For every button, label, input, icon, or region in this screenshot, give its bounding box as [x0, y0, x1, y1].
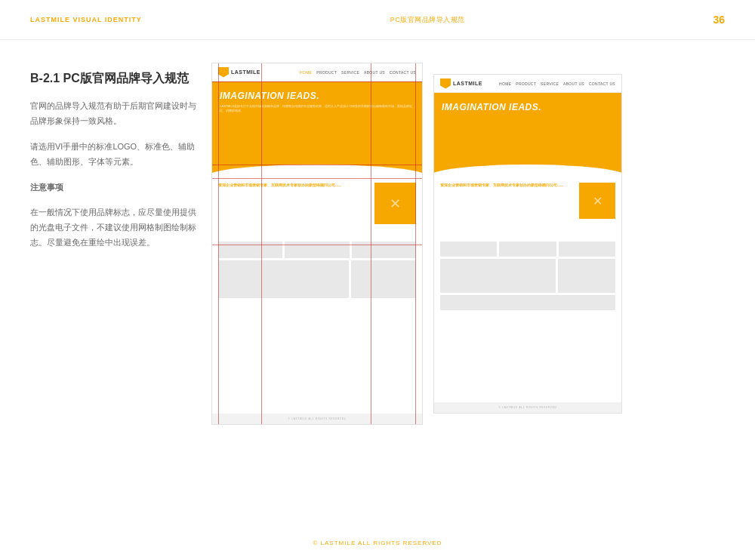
header-left-text: LASTMILE VISUAL IDENTITY: [30, 16, 142, 23]
preview-right: LASTMILE HOME PRODUCT SERVICE ABOUT US C…: [433, 74, 622, 414]
previews-container: LASTMILE HOME PRODUCT SERVICE ABOUT US C…: [211, 63, 725, 546]
guide-h-3: [212, 178, 422, 179]
nav-home-right: HOME: [499, 82, 511, 86]
nav-about: ABOUT US: [364, 70, 385, 75]
block-row-r3: [440, 295, 615, 310]
block-row-r1: [440, 242, 615, 257]
paragraph-2: 请选用VI手册中的标准LOGO、标准色、辅助色、辅助图形、字体等元素。: [30, 140, 196, 170]
guide-h-1: [212, 82, 422, 82]
block-row-2: [218, 260, 416, 298]
middle-text-left: 资深企业营销和市场营销专家、互联网技术专家创办的新型络顾问公司......: [218, 183, 370, 234]
middle-text-right: 资深企业营销和市场营销专家、互联网技术专家创办的新型络顾问公司......: [440, 183, 575, 234]
image-placeholder-right: ✕: [579, 183, 615, 219]
content-title-right: 资深企业营销和市场营销专家、互联网技术专家创办的新型络顾问公司......: [440, 183, 575, 187]
guide-v-1: [218, 63, 219, 424]
gray-block-r3: [559, 242, 615, 257]
wave-white-left: [212, 165, 422, 178]
paragraph-1: 官网的品牌导入规范有助于后期官网建设时与品牌形象保持一致风格。: [30, 99, 196, 129]
preview-left-logo: LASTMILE: [218, 67, 260, 78]
gray-block-narrow: [351, 260, 416, 298]
nav-service-right: SERVICE: [541, 82, 559, 86]
section-title: B-2.1 PC版官网品牌导入规范: [30, 70, 196, 87]
preview-right-logo: LASTMILE: [440, 78, 482, 89]
preview-right-footer: © LASTMILE ALL RIGHTS RESERVED: [434, 402, 621, 413]
wave-right: [434, 165, 621, 178]
preview-left-nav: LASTMILE HOME PRODUCT SERVICE ABOUT US C…: [212, 63, 422, 82]
x-icon-right: ✕: [593, 194, 602, 208]
footer-text-right: © LASTMILE ALL RIGHTS RESERVED: [499, 406, 557, 409]
nav-items-right: HOME PRODUCT SERVICE ABOUT US CONTACT US: [499, 82, 615, 86]
image-placeholder-left: ✕: [374, 183, 416, 224]
preview-right-middle: 资深企业营销和市场营销专家、互联网技术专家创办的新型络顾问公司...... ✕: [434, 178, 621, 238]
hero-left-subtext: LASTMILE是由专注于实现市场化策略和品牌，传播整合传播的专业服务机构，适时…: [220, 104, 414, 113]
logo-icon-right: [440, 78, 451, 89]
nav-contact: CONTACT US: [390, 70, 416, 75]
page-footer-text: © LASTMILE ALL RIGHTS RESERVED: [313, 540, 442, 546]
text-column: B-2.1 PC版官网品牌导入规范 官网的品牌导入规范有助于后期官网建设时与品牌…: [30, 63, 196, 546]
page-header: LASTMILE VISUAL IDENTITY PC版官网品牌导入规范 36: [0, 0, 755, 40]
nav-about-right: ABOUT US: [563, 82, 584, 86]
gray-block-r-wide: [440, 259, 556, 293]
note-label: 注意事项: [30, 180, 196, 195]
logo-icon: [218, 67, 229, 78]
preview-left: LASTMILE HOME PRODUCT SERVICE ABOUT US C…: [211, 63, 423, 425]
logo-text: LASTMILE: [231, 69, 260, 75]
gray-block-r-bottom: [440, 295, 615, 310]
nav-service: SERVICE: [341, 70, 359, 75]
x-icon-left: ✕: [390, 195, 401, 212]
gray-block-r2: [499, 242, 556, 257]
hero-left-headline: IMAGINATION IEADS.: [220, 91, 414, 101]
footer-text-left: © LASTMILE ALL RIGHTS RESERVED: [288, 417, 347, 420]
logo-text-right: LASTMILE: [453, 81, 482, 86]
gray-block-r1: [440, 242, 497, 257]
page-number: 36: [713, 14, 725, 26]
preview-right-hero: IMAGINATION IEADS.: [434, 93, 621, 165]
preview-left-inner: LASTMILE HOME PRODUCT SERVICE ABOUT US C…: [212, 63, 422, 424]
content-title-left: 资深企业营销和市场营销专家、互联网技术专家创办的新型络顾问公司......: [218, 183, 370, 187]
page-footer: © LASTMILE ALL RIGHTS RESERVED: [0, 540, 755, 546]
header-center-text: PC版官网品牌导入规范: [390, 15, 465, 25]
guide-h-2: [212, 165, 422, 165]
preview-left-middle: 资深企业营销和市场营销专家、互联网技术专家创办的新型络顾问公司...... ✕: [212, 178, 422, 238]
nav-home: HOME: [300, 70, 312, 75]
hero-right-headline: IMAGINATION IEADS.: [442, 102, 614, 112]
preview-left-hero: IMAGINATION IEADS. LASTMILE是由专注于实现市场化策略和…: [212, 82, 422, 165]
preview-left-footer: © LASTMILE ALL RIGHTS RESERVED: [212, 414, 422, 424]
block-row-r2: [440, 259, 615, 293]
gray-block-r-narrow: [558, 259, 615, 293]
paragraph-3: 在一般情况下使用品牌标志，应尽量使用提供的光盘电子文件，不建议使用网格制图绘制标…: [30, 205, 196, 250]
nav-product: PRODUCT: [316, 70, 337, 75]
nav-product-right: PRODUCT: [516, 82, 536, 86]
bottom-blocks-left: [212, 238, 422, 301]
preview-right-nav: LASTMILE HOME PRODUCT SERVICE ABOUT US C…: [434, 75, 621, 93]
wave-left: [212, 165, 422, 178]
gray-block-wide: [218, 260, 349, 298]
main-content: B-2.1 PC版官网品牌导入规范 官网的品牌导入规范有助于后期官网建设时与品牌…: [0, 40, 755, 560]
preview-right-inner: LASTMILE HOME PRODUCT SERVICE ABOUT US C…: [434, 75, 621, 413]
wave-white-right: [434, 165, 621, 178]
nav-items: HOME PRODUCT SERVICE ABOUT US CONTACT US: [300, 70, 416, 75]
guide-v-4: [415, 63, 416, 424]
guide-h-4: [212, 245, 422, 245]
nav-contact-right: CONTACT US: [589, 82, 615, 86]
guide-v-2: [261, 63, 262, 424]
bottom-blocks-right: [434, 238, 621, 313]
guide-v-3: [371, 63, 371, 424]
